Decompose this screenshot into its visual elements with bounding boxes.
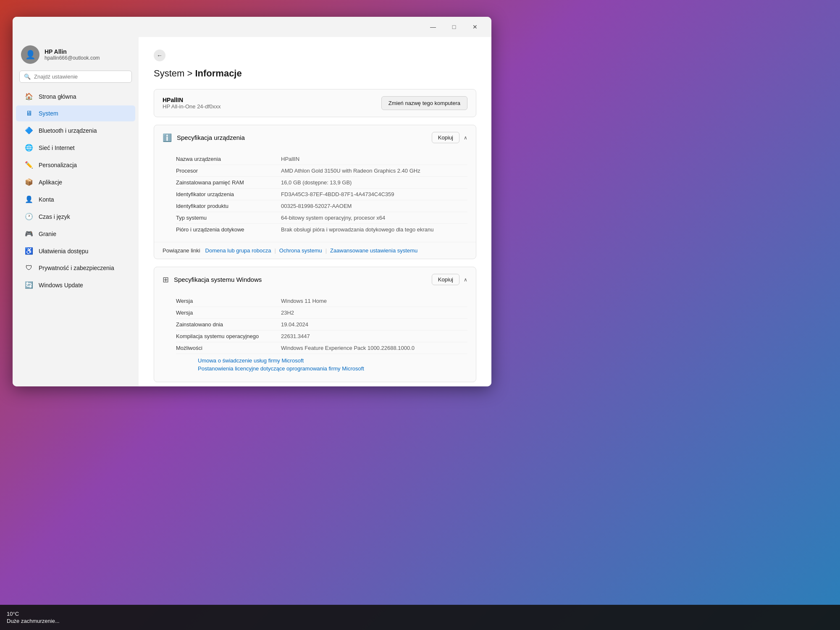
protection-link[interactable]: Ochrona systemu bbox=[279, 247, 322, 254]
maximize-button[interactable]: □ bbox=[444, 20, 464, 34]
sidebar-item-label: Windows Update bbox=[39, 282, 83, 289]
sidebar-item-gaming[interactable]: 🎮 Granie bbox=[16, 226, 135, 242]
spec-value: Brak obsługi pióra i wprowadzania dotyko… bbox=[281, 226, 434, 233]
windows-spec-title: Specyfikacja systemu Windows bbox=[174, 276, 262, 283]
spec-label: Wersja bbox=[176, 310, 273, 316]
accounts-icon: 👤 bbox=[24, 195, 34, 203]
bluetooth-icon: 🔷 bbox=[24, 126, 34, 134]
copy-windows-spec-button[interactable]: Kopiuj bbox=[432, 274, 459, 285]
table-row: Typ systemu 64-bitowy system operacyjny,… bbox=[176, 212, 467, 224]
home-icon: 🏠 bbox=[24, 92, 34, 100]
taskbar-weather: 10°C Duże zachmurzenie... bbox=[7, 611, 60, 624]
window-body: 👤 HP Allin hpallin666@outlook.com 🔍 🏠 St… bbox=[13, 37, 491, 386]
sidebar-item-label: Bluetooth i urządzenia bbox=[39, 127, 97, 134]
sidebar-item-label: Strona główna bbox=[39, 93, 76, 100]
sidebar-item-time[interactable]: 🕐 Czas i język bbox=[16, 208, 135, 225]
spec-value: 19.04.2024 bbox=[281, 321, 308, 328]
spec-value: Windows 11 Home bbox=[281, 298, 327, 304]
sidebar-item-privacy[interactable]: 🛡 Prywatność i zabezpieczenia bbox=[16, 260, 135, 276]
sidebar-item-label: Ułatwienia dostępu bbox=[39, 248, 88, 255]
section-header-right: Kopiuj ∧ bbox=[432, 132, 467, 143]
section-header-right: Kopiuj ∧ bbox=[432, 274, 467, 285]
computer-name-info: HPallIN HP All-in-One 24-df0xxx bbox=[163, 97, 221, 110]
sidebar-item-home[interactable]: 🏠 Strona główna bbox=[16, 88, 135, 105]
device-spec-section: ℹ️ Specyfikacja urządzenia Kopiuj ∧ Nazw… bbox=[154, 125, 476, 259]
section-header-left: ℹ️ Specyfikacja urządzenia bbox=[163, 133, 245, 142]
sidebar-item-apps[interactable]: 📦 Aplikacje bbox=[16, 174, 135, 190]
section-header-left: ⊞ Specyfikacja systemu Windows bbox=[163, 275, 262, 284]
breadcrumb-separator: > bbox=[187, 68, 195, 79]
spec-value: 00325-81998-52027-AAOEM bbox=[281, 203, 352, 209]
sidebar-item-label: Aplikacje bbox=[39, 179, 62, 186]
windows-spec-table: Wersja Windows 11 Home Wersja 23H2 Zains… bbox=[154, 292, 476, 382]
weather-temp: 10°C bbox=[7, 611, 19, 617]
taskbar: 10°C Duże zachmurzenie... bbox=[0, 605, 840, 630]
window-controls: — □ ✕ bbox=[423, 20, 485, 34]
spec-label: Zainstalowana pamięć RAM bbox=[176, 179, 273, 186]
settings-window: — □ ✕ 👤 HP Allin hpallin666@outlook.com … bbox=[13, 17, 491, 386]
windows-spec-section: ⊞ Specyfikacja systemu Windows Kopiuj ∧ … bbox=[154, 267, 476, 382]
chevron-up-icon: ∧ bbox=[464, 277, 467, 283]
sidebar-item-accessibility[interactable]: ♿ Ułatwienia dostępu bbox=[16, 243, 135, 259]
sidebar: 👤 HP Allin hpallin666@outlook.com 🔍 🏠 St… bbox=[13, 37, 139, 386]
computer-name-bar: HPallIN HP All-in-One 24-df0xxx Zmień na… bbox=[154, 89, 476, 117]
windows-spec-header[interactable]: ⊞ Specyfikacja systemu Windows Kopiuj ∧ bbox=[154, 267, 476, 292]
breadcrumb-system: System bbox=[154, 68, 184, 79]
spec-label: Możliwości bbox=[176, 345, 273, 351]
sidebar-item-accounts[interactable]: 👤 Konta bbox=[16, 191, 135, 207]
spec-label: Wersja bbox=[176, 298, 273, 304]
user-info: HP Allin hpallin666@outlook.com bbox=[45, 48, 100, 61]
spec-label: Typ systemu bbox=[176, 215, 273, 221]
rename-button[interactable]: Zmień nazwę tego komputera bbox=[381, 96, 467, 110]
sidebar-item-label: Personalizacja bbox=[39, 162, 77, 168]
search-input[interactable] bbox=[34, 74, 127, 80]
spec-value: FD3A45C3-87EF-4BDD-87F1-4A4734C4C359 bbox=[281, 191, 394, 197]
page-title: System > Informacje bbox=[154, 68, 476, 79]
sidebar-item-personalization[interactable]: ✏️ Personalizacja bbox=[16, 157, 135, 173]
sidebar-item-network[interactable]: 🌐 Sieć i Internet bbox=[16, 139, 135, 156]
gaming-icon: 🎮 bbox=[24, 230, 34, 238]
device-spec-title: Specyfikacja urządzenia bbox=[177, 134, 245, 141]
microsoft-license-link[interactable]: Postanowienia licencyjne dotyczące oprog… bbox=[198, 365, 459, 372]
computer-model: HP All-in-One 24-df0xxx bbox=[163, 103, 221, 110]
microsoft-terms-link[interactable]: Umowa o świadczenie usług firmy Microsof… bbox=[198, 357, 459, 364]
search-box[interactable]: 🔍 bbox=[19, 71, 132, 83]
advanced-link[interactable]: Zaawansowane ustawienia systemu bbox=[330, 247, 417, 254]
table-row: Zainstalowano dnia 19.04.2024 bbox=[176, 319, 467, 331]
table-row: Możliwości Windows Feature Experience Pa… bbox=[176, 342, 467, 354]
weather-desc: Duże zachmurzenie... bbox=[7, 618, 60, 624]
spec-label: Procesor bbox=[176, 168, 273, 174]
sidebar-item-label: Granie bbox=[39, 231, 56, 237]
device-spec-header[interactable]: ℹ️ Specyfikacja urządzenia Kopiuj ∧ bbox=[154, 125, 476, 150]
table-row: Pióro i urządzenia dotykowe Brak obsługi… bbox=[176, 224, 467, 235]
table-row: Identyfikator produktu 00325-81998-52027… bbox=[176, 200, 467, 212]
domain-link[interactable]: Domena lub grupa robocza bbox=[205, 247, 271, 254]
table-row: Identyfikator urządzenia FD3A45C3-87EF-4… bbox=[176, 189, 467, 200]
time-icon: 🕐 bbox=[24, 213, 34, 220]
user-profile: 👤 HP Allin hpallin666@outlook.com bbox=[13, 37, 139, 71]
user-email: hpallin666@outlook.com bbox=[45, 55, 100, 61]
accessibility-icon: ♿ bbox=[24, 247, 34, 255]
chevron-up-icon: ∧ bbox=[464, 135, 467, 141]
sidebar-item-system[interactable]: 🖥 System bbox=[16, 105, 135, 121]
sidebar-item-label: Prywatność i zabezpieczenia bbox=[39, 265, 114, 271]
spec-value: 23H2 bbox=[281, 310, 294, 316]
windows-links: Umowa o świadczenie usług firmy Microsof… bbox=[176, 354, 467, 375]
breadcrumb-page: Informacje bbox=[195, 68, 242, 79]
avatar: 👤 bbox=[21, 45, 39, 64]
device-spec-table: Nazwa urządzenia HPallIN Procesor AMD At… bbox=[154, 150, 476, 242]
apps-icon: 📦 bbox=[24, 178, 34, 186]
sidebar-item-bluetooth[interactable]: 🔷 Bluetooth i urządzenia bbox=[16, 122, 135, 139]
sidebar-item-label: Czas i język bbox=[39, 213, 70, 220]
link-separator: | bbox=[326, 247, 327, 254]
sidebar-item-windows-update[interactable]: 🔄 Windows Update bbox=[16, 277, 135, 293]
update-icon: 🔄 bbox=[24, 281, 34, 289]
minimize-button[interactable]: — bbox=[423, 20, 443, 34]
copy-device-spec-button[interactable]: Kopiuj bbox=[432, 132, 459, 143]
spec-label: Identyfikator produktu bbox=[176, 203, 273, 209]
close-button[interactable]: ✕ bbox=[465, 20, 485, 34]
back-button[interactable]: ← bbox=[154, 50, 165, 61]
spec-label: Nazwa urządzenia bbox=[176, 156, 273, 162]
privacy-icon: 🛡 bbox=[24, 264, 34, 272]
related-links-label: Powiązane linki bbox=[163, 247, 200, 254]
